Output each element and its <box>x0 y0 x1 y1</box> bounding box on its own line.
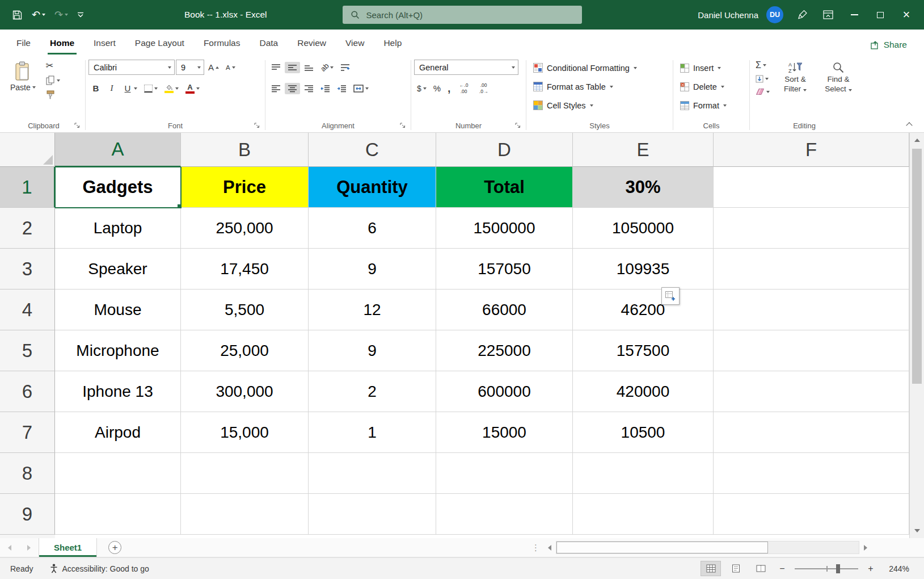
fill-button[interactable] <box>753 73 773 85</box>
cell-E8[interactable] <box>573 453 714 494</box>
cell-C2[interactable]: 6 <box>309 208 436 249</box>
accounting-format-button[interactable]: $ <box>414 83 429 94</box>
delete-cells-button[interactable]: Delete <box>676 77 728 96</box>
wrap-text-button[interactable] <box>337 62 353 73</box>
decrease-decimal-button[interactable]: .00 .0→ <box>474 81 493 95</box>
autofill-options-button[interactable] <box>661 287 680 305</box>
top-align-button[interactable] <box>268 62 284 73</box>
autosum-button[interactable]: Σ <box>753 59 773 72</box>
cell-A9[interactable] <box>55 494 181 535</box>
cell-D4[interactable]: 66000 <box>436 290 573 330</box>
cell-F4[interactable] <box>714 290 909 330</box>
redo-button[interactable]: ↷ <box>50 6 72 24</box>
row-header-3[interactable]: 3 <box>0 249 55 290</box>
cell-D6[interactable]: 600000 <box>436 371 573 412</box>
column-header-F[interactable]: F <box>714 133 909 167</box>
underline-button[interactable]: U <box>120 82 140 94</box>
cell-E6[interactable]: 420000 <box>573 371 714 412</box>
cell-E2[interactable]: 1050000 <box>573 208 714 249</box>
cell-E5[interactable]: 157500 <box>573 330 714 371</box>
clipboard-dialog-launcher[interactable] <box>74 123 81 129</box>
row-header-6[interactable]: 6 <box>0 371 55 412</box>
cell-F5[interactable] <box>714 330 909 371</box>
cell-F3[interactable] <box>714 249 909 290</box>
cell-D7[interactable]: 15000 <box>436 412 573 453</box>
row-header-4[interactable]: 4 <box>0 290 55 330</box>
search-box[interactable]: Search (Alt+Q) <box>343 6 582 24</box>
align-center-button[interactable] <box>285 83 300 94</box>
cell-D2[interactable]: 1500000 <box>436 208 573 249</box>
cell-C1[interactable]: Quantity <box>309 167 436 208</box>
number-dialog-launcher[interactable] <box>515 123 521 129</box>
cell-B1[interactable]: Price <box>181 167 309 208</box>
cell-A5[interactable]: Microphone <box>55 330 181 371</box>
cell-A3[interactable]: Speaker <box>55 249 181 290</box>
cell-B9[interactable] <box>181 494 309 535</box>
font-size-select[interactable]: 9 <box>176 60 204 75</box>
select-all-corner[interactable] <box>0 133 55 167</box>
decrease-font-size-button[interactable]: A <box>223 62 238 73</box>
borders-button[interactable] <box>141 83 161 94</box>
row-header-9[interactable]: 9 <box>0 494 55 535</box>
cell-B7[interactable]: 15,000 <box>181 412 309 453</box>
cell-A6[interactable]: Iphone 13 <box>55 371 181 412</box>
scroll-right-button[interactable] <box>859 541 872 554</box>
cell-F2[interactable] <box>714 208 909 249</box>
previous-sheet-button[interactable] <box>0 538 19 557</box>
customize-quick-access-button[interactable] <box>73 9 88 21</box>
cell-styles-button[interactable]: Cell Styles <box>529 96 597 115</box>
share-button[interactable]: Share <box>871 40 907 50</box>
cut-button[interactable]: ✂ <box>43 60 63 72</box>
align-left-button[interactable] <box>268 83 284 94</box>
user-avatar[interactable]: DU <box>766 6 783 23</box>
row-header-8[interactable]: 8 <box>0 453 55 494</box>
zoom-slider[interactable] <box>795 568 858 569</box>
increase-indent-button[interactable] <box>334 83 349 94</box>
cell-E3[interactable]: 109935 <box>573 249 714 290</box>
cell-F1[interactable] <box>714 167 909 208</box>
page-break-preview-button[interactable] <box>750 561 771 576</box>
cell-D5[interactable]: 225000 <box>436 330 573 371</box>
new-sheet-button[interactable]: + <box>108 541 121 554</box>
cell-B8[interactable] <box>181 453 309 494</box>
ribbon-tab-page-layout[interactable]: Page Layout <box>125 32 194 56</box>
cell-C9[interactable] <box>309 494 436 535</box>
cell-A4[interactable]: Mouse <box>55 290 181 330</box>
cell-C8[interactable] <box>309 453 436 494</box>
conditional-formatting-button[interactable]: Conditional Formatting <box>529 58 641 77</box>
tab-scroll-splitter[interactable]: ⋮ <box>531 538 540 557</box>
cell-B6[interactable]: 300,000 <box>181 371 309 412</box>
comma-style-button[interactable]: , <box>445 82 453 95</box>
font-dialog-launcher[interactable] <box>254 123 260 129</box>
zoom-slider-thumb[interactable] <box>836 564 840 573</box>
align-right-button[interactable] <box>301 83 317 94</box>
ribbon-tab-formulas[interactable]: Formulas <box>194 32 250 56</box>
undo-button[interactable]: ↶ <box>28 6 49 24</box>
ribbon-tab-file[interactable]: File <box>7 32 40 56</box>
merge-center-button[interactable] <box>351 83 372 94</box>
find-select-button[interactable]: Find & Select <box>818 58 859 95</box>
cell-C4[interactable]: 12 <box>309 290 436 330</box>
row-header-2[interactable]: 2 <box>0 208 55 249</box>
format-cells-button[interactable]: Format <box>676 96 731 115</box>
scroll-up-button[interactable] <box>910 133 924 148</box>
insert-cells-button[interactable]: Insert <box>676 58 725 77</box>
bottom-align-button[interactable] <box>301 62 317 73</box>
sort-filter-button[interactable]: AZ Sort & Filter <box>775 58 816 95</box>
paste-button[interactable]: Paste <box>5 58 41 93</box>
cell-F8[interactable] <box>714 453 909 494</box>
page-layout-view-button[interactable] <box>725 561 746 576</box>
cell-D3[interactable]: 157050 <box>436 249 573 290</box>
save-button[interactable] <box>8 7 27 23</box>
bold-button[interactable]: B <box>88 82 103 94</box>
minimize-button[interactable] <box>841 0 867 30</box>
column-header-A[interactable]: A <box>55 133 181 167</box>
cell-E4[interactable]: 46200 <box>573 290 714 330</box>
decrease-indent-button[interactable] <box>318 83 333 94</box>
font-name-select[interactable]: Calibri <box>88 60 175 75</box>
middle-align-button[interactable] <box>285 62 300 73</box>
zoom-level[interactable]: 244% <box>882 564 909 573</box>
cell-A2[interactable]: Laptop <box>55 208 181 249</box>
increase-decimal-button[interactable]: ←.0 .00 <box>454 81 473 95</box>
cell-B3[interactable]: 17,450 <box>181 249 309 290</box>
